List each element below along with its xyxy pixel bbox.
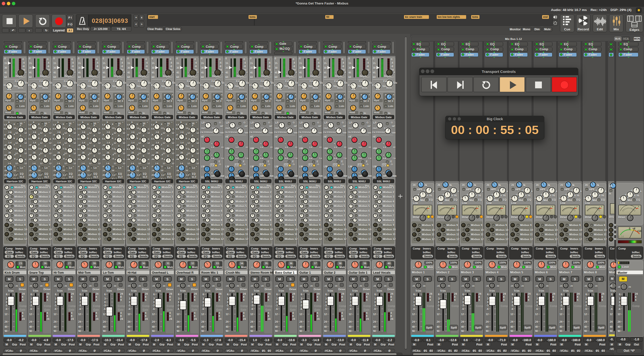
svg-text:+14: +14 [637,230,641,232]
svg-text:+: + [429,205,430,208]
svg-text:-: - [464,205,464,208]
svg-text:+: + [478,205,479,208]
svg-text:+: + [576,205,578,208]
svg-text:-: - [538,205,538,208]
svg-text:-: - [587,205,587,208]
svg-text:+4: +4 [632,227,635,230]
svg-text:+: + [503,205,504,208]
svg-text:+: + [601,205,602,208]
svg-text:-: - [620,205,621,208]
svg-text:+: + [454,205,455,208]
svg-text:-: - [488,205,489,208]
svg-text:-: - [562,205,563,208]
svg-text:K-14: K-14 [618,235,624,238]
svg-text:+: + [638,205,639,208]
svg-text:0: 0 [629,227,630,230]
svg-text:+: + [527,205,529,208]
svg-text:-: - [513,205,514,208]
svg-text:-: - [415,205,415,208]
svg-text:-: - [439,205,440,208]
svg-text:+: + [552,205,553,208]
